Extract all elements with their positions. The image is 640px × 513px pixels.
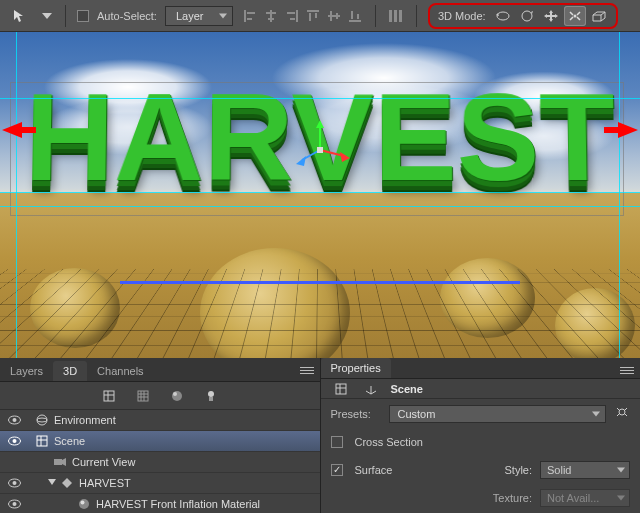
divider [375, 5, 376, 27]
mode3d-slide-icon[interactable] [564, 6, 586, 26]
svg-point-48 [12, 439, 16, 443]
cross-section-checkbox[interactable] [331, 436, 343, 448]
tree-row-material[interactable]: HARVEST Front Inflation Material [0, 494, 320, 513]
canvas-content: HARVEST [0, 32, 640, 358]
panel-menu-icon[interactable] [300, 364, 314, 376]
svg-marker-53 [62, 458, 66, 466]
panel-tabbar: Properties [321, 358, 641, 379]
dropdown-value: Solid [547, 464, 571, 476]
svg-rect-18 [389, 10, 392, 22]
transform-gizmo[interactable] [290, 120, 350, 180]
align-bottom-icon[interactable] [346, 7, 364, 25]
mode3d-roll-icon[interactable] [516, 6, 538, 26]
svg-point-45 [37, 415, 47, 425]
visibility-toggle-icon[interactable] [4, 415, 24, 425]
align-group [241, 7, 364, 25]
svg-marker-25 [316, 120, 324, 128]
svg-rect-20 [399, 10, 402, 22]
surface-checkbox[interactable] [331, 464, 343, 476]
guide-horizontal [0, 206, 640, 207]
style-label: Style: [504, 464, 532, 476]
align-hcenter-icon[interactable] [262, 7, 280, 25]
document-canvas[interactable]: HARVEST [0, 32, 640, 358]
auto-select-target-dropdown[interactable]: Layer [165, 6, 233, 26]
presets-label: Presets: [331, 408, 381, 420]
svg-point-39 [172, 391, 182, 401]
tool-preset-dropdown[interactable] [40, 5, 54, 27]
presets-dropdown[interactable]: Custom [389, 405, 607, 423]
panel-3d-filter-bar [0, 382, 320, 410]
tree-row-harvest[interactable]: HARVEST [0, 473, 320, 494]
visibility-toggle-icon[interactable] [4, 499, 24, 509]
mode3d-rotate-icon[interactable] [492, 6, 514, 26]
filter-material-icon[interactable] [167, 387, 187, 405]
divider [65, 5, 66, 27]
cross-section-row: Cross Section [331, 431, 631, 453]
distribute-icon[interactable] [387, 7, 405, 25]
tree-row-environment[interactable]: Environment [0, 410, 320, 431]
filter-mesh-icon[interactable] [133, 387, 153, 405]
svg-rect-13 [330, 11, 332, 21]
tree-label: HARVEST [79, 477, 131, 489]
svg-rect-31 [104, 391, 114, 401]
tab-3d[interactable]: 3D [53, 361, 87, 381]
svg-point-41 [208, 391, 214, 397]
filter-light-icon[interactable] [201, 387, 221, 405]
auto-select-checkbox[interactable] [77, 10, 89, 22]
scene-props-icon[interactable] [331, 380, 351, 398]
mode3d-pan-icon[interactable] [540, 6, 562, 26]
tree-label: Environment [54, 414, 116, 426]
tree-row-scene[interactable]: Scene [0, 431, 320, 452]
coords-icon[interactable] [361, 380, 381, 398]
svg-rect-30 [317, 147, 323, 153]
svg-marker-57 [62, 478, 72, 488]
mode3d-scale-icon[interactable] [588, 6, 610, 26]
svg-rect-1 [247, 12, 255, 14]
tab-channels[interactable]: Channels [87, 361, 153, 381]
svg-rect-6 [296, 10, 298, 22]
move-tool-icon[interactable] [6, 5, 32, 27]
align-top-icon[interactable] [304, 7, 322, 25]
svg-point-55 [12, 481, 16, 485]
bottom-panels: Layers 3D Channels Environment Scene [0, 358, 640, 513]
svg-marker-27 [340, 152, 350, 162]
align-vcenter-icon[interactable] [325, 7, 343, 25]
svg-point-21 [497, 12, 509, 20]
tab-properties[interactable]: Properties [321, 358, 391, 378]
properties-header: Scene [321, 379, 641, 399]
options-bar: Auto-Select: Layer 3D Mode: [0, 0, 640, 32]
annotation-arrow-left-icon [2, 122, 22, 138]
align-left-icon[interactable] [241, 7, 259, 25]
svg-rect-10 [309, 13, 311, 21]
filter-scene-icon[interactable] [99, 387, 119, 405]
dropdown-value: Custom [398, 408, 436, 420]
visibility-toggle-icon[interactable] [4, 478, 24, 488]
style-dropdown[interactable]: Solid [540, 461, 630, 479]
svg-point-23 [573, 14, 576, 17]
svg-rect-0 [244, 10, 246, 22]
preset-menu-icon[interactable] [614, 405, 630, 423]
texture-label: Texture: [493, 492, 532, 504]
visibility-toggle-icon[interactable] [4, 436, 24, 446]
tree-row-current-view[interactable]: Current View [0, 452, 320, 473]
svg-rect-42 [209, 397, 213, 401]
presets-row: Presets: Custom [331, 403, 631, 425]
tree-label: Current View [72, 456, 135, 468]
svg-rect-17 [357, 14, 359, 19]
svg-rect-16 [351, 11, 353, 19]
svg-rect-12 [328, 15, 340, 17]
dropdown-value: Not Avail... [547, 492, 599, 504]
svg-rect-11 [315, 13, 317, 18]
scene-tree: Environment Scene Current View HARVEST [0, 410, 320, 513]
tab-layers[interactable]: Layers [0, 361, 53, 381]
panel-menu-icon[interactable] [620, 364, 634, 376]
align-right-icon[interactable] [283, 7, 301, 25]
auto-select-label: Auto-Select: [97, 10, 157, 22]
expand-toggle-icon[interactable] [46, 479, 57, 487]
svg-point-44 [12, 418, 16, 422]
properties-body: Presets: Custom Cross Section Surface St… [321, 399, 641, 513]
guide-horizontal [0, 98, 640, 99]
svg-point-65 [619, 409, 625, 415]
svg-point-46 [37, 418, 47, 422]
guide-vertical [16, 32, 17, 358]
